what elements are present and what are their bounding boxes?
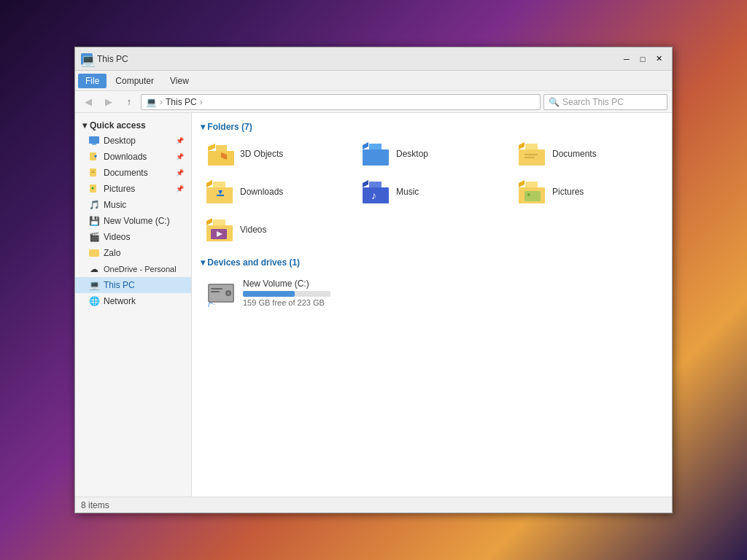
pin-icon-documents: 📌 <box>176 169 184 176</box>
search-icon: 🔍 <box>549 97 560 107</box>
menu-view[interactable]: View <box>163 74 196 88</box>
downloads-icon <box>88 151 100 163</box>
folder-pictures[interactable]: Pictures <box>513 176 663 208</box>
pin-icon: 📌 <box>176 137 184 144</box>
folder-documents-label: Documents <box>552 149 597 159</box>
folder-desktop-label: Desktop <box>396 149 428 159</box>
quick-access-header[interactable]: ▾ Quick access <box>75 116 191 133</box>
window-controls: ─ □ ✕ <box>619 52 666 66</box>
sidebar-videos-label: Videos <box>104 232 130 242</box>
search-bar[interactable]: 🔍 Search This PC <box>543 94 667 110</box>
chevron-down-icon: ▾ <box>82 120 87 131</box>
pictures-icon <box>88 183 100 195</box>
svg-rect-5 <box>91 171 95 171</box>
breadcrumb-this-pc: This PC <box>166 97 197 107</box>
svg-marker-28 <box>525 182 538 187</box>
pin-icon-downloads: 📌 <box>176 153 184 160</box>
sidebar-downloads-label: Downloads <box>104 152 147 162</box>
folder-music-icon: ♪ <box>361 179 390 205</box>
svg-rect-18 <box>525 154 538 155</box>
svg-rect-6 <box>91 172 95 173</box>
sidebar-item-network[interactable]: 🌐 Network <box>75 293 191 309</box>
this-pc-icon: 💻 <box>88 279 100 291</box>
breadcrumb[interactable]: 💻 › This PC › <box>141 94 541 110</box>
sidebar: ▾ Quick access Desktop 📌 Downloads 📌 <box>75 113 192 497</box>
sidebar-newvolume-label: New Volume (C:) <box>104 216 170 226</box>
svg-marker-12 <box>216 145 227 151</box>
svg-rect-40 <box>211 291 220 292</box>
svg-text:♪: ♪ <box>371 190 376 201</box>
folder-music-label: Music <box>396 187 419 197</box>
folder-downloads-icon <box>205 179 234 205</box>
maximize-button[interactable]: □ <box>635 52 650 66</box>
folder-documents[interactable]: Documents <box>513 138 663 170</box>
main-area: ▾ Quick access Desktop 📌 Downloads 📌 <box>75 113 672 497</box>
sidebar-onedrive-label: OneDrive - Personal <box>104 265 177 273</box>
drive-bar-fill <box>243 291 295 297</box>
svg-marker-32 <box>213 219 225 225</box>
folders-grid: 3D Objects Desktop <box>201 138 663 246</box>
drive-icon: 💾 <box>88 215 100 227</box>
documents-icon <box>88 167 100 179</box>
sidebar-pictures-label: Pictures <box>104 184 135 194</box>
folder-desktop-icon <box>361 141 390 167</box>
sidebar-item-downloads[interactable]: Downloads 📌 <box>75 149 191 165</box>
menu-computer[interactable]: Computer <box>108 74 161 88</box>
drive-c-icon: C: <box>206 278 236 307</box>
drive-space: 159 GB free of 223 GB <box>243 298 657 307</box>
search-placeholder: Search This PC <box>562 97 624 107</box>
breadcrumb-icon: 💻 <box>146 97 157 107</box>
up-button[interactable]: ↑ <box>120 93 138 111</box>
sidebar-item-pictures[interactable]: Pictures 📌 <box>75 181 191 197</box>
sidebar-item-videos[interactable]: 🎬 Videos <box>75 229 191 245</box>
folders-section-header[interactable]: ▾ Folders (7) <box>201 122 663 132</box>
folder-desktop[interactable]: Desktop <box>357 138 507 170</box>
folder-videos-label: Videos <box>240 225 266 235</box>
folder-videos[interactable]: Videos <box>201 214 351 246</box>
forward-button[interactable]: ▶ <box>100 93 117 111</box>
folder-3d-icon <box>205 141 234 167</box>
minimize-button[interactable]: ─ <box>619 52 634 66</box>
file-explorer-window: 💻 This PC ─ □ ✕ File Computer View ◀ ▶ ↑… <box>74 47 673 513</box>
devices-section-header[interactable]: ▾ Devices and drives (1) <box>201 257 663 268</box>
svg-rect-14 <box>363 149 389 166</box>
status-bar: 8 items <box>75 497 672 513</box>
sidebar-thispc-label: This PC <box>104 280 135 290</box>
back-button[interactable]: ◀ <box>80 93 97 111</box>
drive-new-volume[interactable]: C: New Volume (C:) 159 GB free of 223 GB <box>201 273 663 311</box>
videos-icon: 🎬 <box>88 231 100 243</box>
svg-point-8 <box>92 187 94 190</box>
menu-file[interactable]: File <box>78 74 107 88</box>
music-icon: 🎵 <box>88 199 100 211</box>
svg-rect-0 <box>89 136 99 144</box>
folder-downloads-label: Downloads <box>240 187 283 197</box>
svg-rect-23 <box>217 195 224 196</box>
sidebar-item-music[interactable]: 🎵 Music <box>75 197 191 213</box>
sidebar-desktop-label: Desktop <box>104 136 136 146</box>
sidebar-zalo-label: Zalo <box>104 248 120 258</box>
devices-section: C: New Volume (C:) 159 GB free of 223 GB <box>201 273 663 311</box>
menu-bar: File Computer View <box>75 71 672 91</box>
close-button[interactable]: ✕ <box>651 52 666 66</box>
sidebar-item-desktop[interactable]: Desktop 📌 <box>75 133 191 149</box>
sidebar-item-this-pc[interactable]: 💻 This PC <box>75 277 191 293</box>
svg-marker-15 <box>369 144 382 149</box>
sidebar-item-new-volume[interactable]: 💾 New Volume (C:) <box>75 213 191 229</box>
status-text: 8 items <box>81 500 109 510</box>
folder-3d-objects[interactable]: 3D Objects <box>201 138 351 170</box>
window-icon: 💻 <box>81 53 93 65</box>
folder-music[interactable]: ♪ Music <box>357 176 507 208</box>
onedrive-icon: ☁ <box>88 263 100 275</box>
svg-rect-19 <box>525 157 535 158</box>
sidebar-documents-label: Documents <box>104 168 148 178</box>
folder-pictures-label: Pictures <box>552 187 584 197</box>
svg-marker-21 <box>213 182 225 187</box>
network-icon: 🌐 <box>88 295 100 307</box>
sidebar-item-onedrive[interactable]: ☁ OneDrive - Personal <box>75 261 191 277</box>
sidebar-item-zalo[interactable]: Zalo <box>75 245 191 261</box>
sidebar-item-documents[interactable]: Documents 📌 <box>75 165 191 181</box>
window-title: This PC <box>97 54 615 64</box>
folder-downloads[interactable]: Downloads <box>201 176 351 208</box>
svg-rect-39 <box>211 288 222 289</box>
svg-marker-17 <box>525 144 538 149</box>
